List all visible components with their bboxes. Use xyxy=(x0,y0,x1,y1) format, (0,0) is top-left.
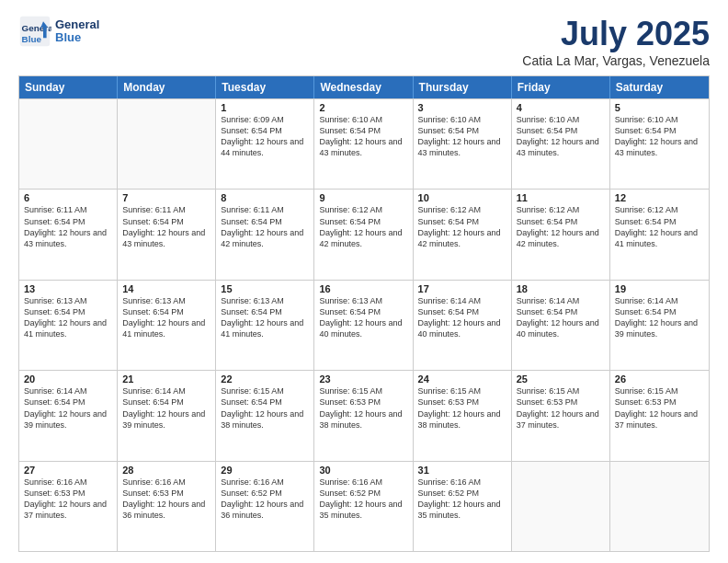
daylight-line: Daylight: 12 hours and 42 minutes. xyxy=(221,227,309,249)
sunrise-line: Sunrise: 6:16 AM xyxy=(122,477,210,488)
cal-cell: 28Sunrise: 6:16 AMSunset: 6:53 PMDayligh… xyxy=(118,462,216,551)
day-number: 8 xyxy=(221,192,309,203)
daylight-line: Daylight: 12 hours and 38 minutes. xyxy=(418,408,506,431)
daylight-line: Daylight: 12 hours and 43 minutes. xyxy=(319,136,407,158)
sunrise-line: Sunrise: 6:11 AM xyxy=(24,204,112,215)
cal-cell: 26Sunrise: 6:15 AMSunset: 6:53 PMDayligh… xyxy=(610,371,709,460)
cal-cell: 11Sunrise: 6:12 AMSunset: 6:54 PMDayligh… xyxy=(512,190,610,279)
sunset-line: Sunset: 6:53 PM xyxy=(319,396,407,408)
cal-cell: 18Sunrise: 6:14 AMSunset: 6:54 PMDayligh… xyxy=(512,281,610,370)
svg-text:General: General xyxy=(22,23,51,33)
cal-cell: 3Sunrise: 6:10 AMSunset: 6:54 PMDaylight… xyxy=(414,99,512,189)
cal-cell xyxy=(512,462,610,551)
cal-cell: 16Sunrise: 6:13 AMSunset: 6:54 PMDayligh… xyxy=(314,281,413,370)
calendar-header-row: SundayMondayTuesdayWednesdayThursdayFrid… xyxy=(19,76,709,98)
sunrise-line: Sunrise: 6:09 AM xyxy=(221,114,309,125)
sunset-line: Sunset: 6:54 PM xyxy=(221,216,309,227)
daylight-line: Daylight: 12 hours and 38 minutes. xyxy=(319,408,407,431)
logo-general: General xyxy=(55,18,99,31)
cal-cell: 27Sunrise: 6:16 AMSunset: 6:53 PMDayligh… xyxy=(19,462,118,551)
day-number: 23 xyxy=(319,373,407,385)
logo-text: General Blue xyxy=(55,18,99,45)
header-day-wednesday: Wednesday xyxy=(314,76,413,98)
page: General Blue General Blue July 2025 Cati… xyxy=(0,0,728,563)
daylight-line: Daylight: 12 hours and 40 minutes. xyxy=(418,317,506,339)
day-number: 18 xyxy=(517,283,605,294)
daylight-line: Daylight: 12 hours and 35 minutes. xyxy=(418,499,506,521)
daylight-line: Daylight: 12 hours and 38 minutes. xyxy=(221,408,309,431)
daylight-line: Daylight: 12 hours and 43 minutes. xyxy=(418,136,506,158)
sunset-line: Sunset: 6:54 PM xyxy=(24,396,112,408)
sunrise-line: Sunrise: 6:13 AM xyxy=(24,295,112,306)
sunrise-line: Sunrise: 6:14 AM xyxy=(418,295,506,306)
daylight-line: Daylight: 12 hours and 42 minutes. xyxy=(319,227,407,249)
sunrise-line: Sunrise: 6:10 AM xyxy=(517,114,605,125)
day-number: 10 xyxy=(418,192,506,203)
sunset-line: Sunset: 6:54 PM xyxy=(418,216,506,227)
sunrise-line: Sunrise: 6:12 AM xyxy=(517,204,605,215)
day-number: 21 xyxy=(122,373,210,385)
cal-cell xyxy=(610,462,709,551)
sunset-line: Sunset: 6:54 PM xyxy=(24,306,112,317)
header-day-sunday: Sunday xyxy=(19,76,118,98)
daylight-line: Daylight: 12 hours and 41 minutes. xyxy=(24,317,112,339)
day-number: 26 xyxy=(615,373,704,385)
daylight-line: Daylight: 12 hours and 36 minutes. xyxy=(122,499,210,521)
day-number: 29 xyxy=(221,465,309,476)
day-number: 15 xyxy=(221,283,309,294)
daylight-line: Daylight: 12 hours and 44 minutes. xyxy=(221,136,309,158)
daylight-line: Daylight: 12 hours and 43 minutes. xyxy=(24,227,112,249)
sunrise-line: Sunrise: 6:14 AM xyxy=(615,295,704,306)
day-number: 3 xyxy=(418,102,506,113)
sunset-line: Sunset: 6:54 PM xyxy=(221,125,309,136)
daylight-line: Daylight: 12 hours and 40 minutes. xyxy=(319,317,407,339)
day-number: 30 xyxy=(319,465,407,476)
cal-cell: 30Sunrise: 6:16 AMSunset: 6:52 PMDayligh… xyxy=(314,462,413,551)
day-number: 22 xyxy=(221,373,309,385)
sunrise-line: Sunrise: 6:13 AM xyxy=(122,295,210,306)
day-number: 6 xyxy=(24,192,112,203)
daylight-line: Daylight: 12 hours and 39 minutes. xyxy=(615,317,704,339)
day-number: 28 xyxy=(122,465,210,476)
cal-cell: 10Sunrise: 6:12 AMSunset: 6:54 PMDayligh… xyxy=(414,190,512,279)
cal-cell: 25Sunrise: 6:15 AMSunset: 6:53 PMDayligh… xyxy=(512,371,610,460)
cal-cell: 7Sunrise: 6:11 AMSunset: 6:54 PMDaylight… xyxy=(118,190,216,279)
day-number: 31 xyxy=(418,465,506,476)
sunrise-line: Sunrise: 6:16 AM xyxy=(24,477,112,488)
logo-blue: Blue xyxy=(55,31,99,44)
sunset-line: Sunset: 6:54 PM xyxy=(418,125,506,136)
sunset-line: Sunset: 6:54 PM xyxy=(615,125,704,136)
day-number: 20 xyxy=(24,373,112,385)
sunset-line: Sunset: 6:54 PM xyxy=(221,306,309,317)
header: General Blue General Blue July 2025 Cati… xyxy=(18,15,710,68)
calendar: SundayMondayTuesdayWednesdayThursdayFrid… xyxy=(18,75,710,552)
sunset-line: Sunset: 6:54 PM xyxy=(517,216,605,227)
daylight-line: Daylight: 12 hours and 43 minutes. xyxy=(517,136,605,158)
cal-cell: 19Sunrise: 6:14 AMSunset: 6:54 PMDayligh… xyxy=(610,281,709,370)
daylight-line: Daylight: 12 hours and 43 minutes. xyxy=(122,227,210,249)
location-title: Catia La Mar, Vargas, Venezuela xyxy=(522,53,710,68)
sunrise-line: Sunrise: 6:15 AM xyxy=(319,385,407,396)
header-day-thursday: Thursday xyxy=(414,76,512,98)
sunrise-line: Sunrise: 6:11 AM xyxy=(122,204,210,215)
sunset-line: Sunset: 6:53 PM xyxy=(517,396,605,408)
sunrise-line: Sunrise: 6:15 AM xyxy=(221,385,309,396)
cal-cell: 5Sunrise: 6:10 AMSunset: 6:54 PMDaylight… xyxy=(610,99,709,189)
sunrise-line: Sunrise: 6:13 AM xyxy=(319,295,407,306)
day-number: 4 xyxy=(517,102,605,113)
sunset-line: Sunset: 6:54 PM xyxy=(319,125,407,136)
sunrise-line: Sunrise: 6:15 AM xyxy=(418,385,506,396)
cal-cell: 15Sunrise: 6:13 AMSunset: 6:54 PMDayligh… xyxy=(216,281,314,370)
daylight-line: Daylight: 12 hours and 35 minutes. xyxy=(319,499,407,521)
week-row-3: 13Sunrise: 6:13 AMSunset: 6:54 PMDayligh… xyxy=(19,280,709,370)
sunset-line: Sunset: 6:52 PM xyxy=(319,488,407,499)
sunset-line: Sunset: 6:52 PM xyxy=(418,488,506,499)
cal-cell: 9Sunrise: 6:12 AMSunset: 6:54 PMDaylight… xyxy=(314,190,413,279)
day-number: 17 xyxy=(418,283,506,294)
daylight-line: Daylight: 12 hours and 42 minutes. xyxy=(517,227,605,249)
cal-cell: 13Sunrise: 6:13 AMSunset: 6:54 PMDayligh… xyxy=(19,281,118,370)
sunrise-line: Sunrise: 6:15 AM xyxy=(517,385,605,396)
day-number: 2 xyxy=(319,102,407,113)
sunrise-line: Sunrise: 6:10 AM xyxy=(319,114,407,125)
cal-cell: 22Sunrise: 6:15 AMSunset: 6:54 PMDayligh… xyxy=(216,371,314,460)
